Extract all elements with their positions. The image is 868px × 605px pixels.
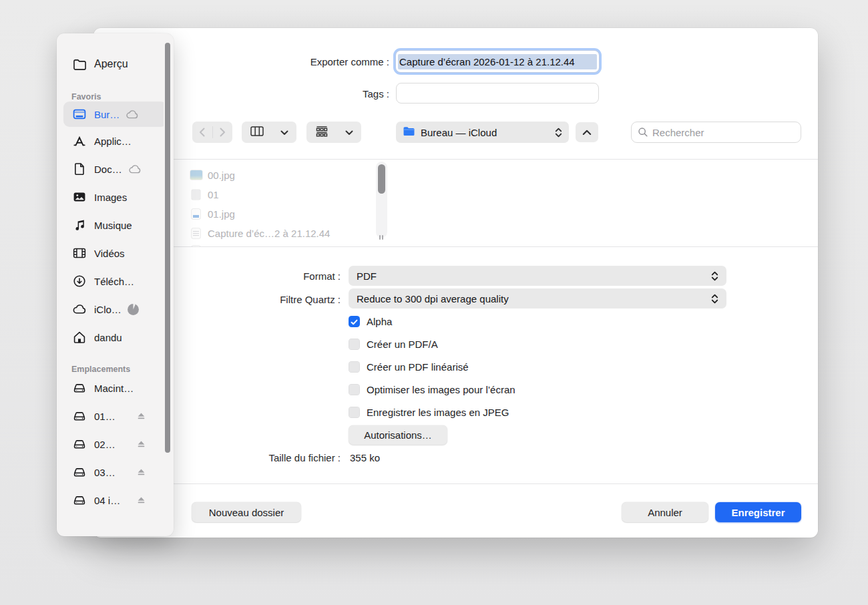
sidebar-item-bureau[interactable]: Bur… bbox=[63, 102, 167, 127]
list-item[interactable]: 00.jpg bbox=[190, 167, 235, 183]
eject-icon[interactable] bbox=[137, 412, 146, 420]
sidebar-item-dandu[interactable]: dandu bbox=[57, 323, 174, 351]
chevron-down-icon bbox=[345, 126, 353, 138]
back-button[interactable] bbox=[192, 128, 212, 137]
search-field[interactable] bbox=[631, 122, 801, 143]
file-size-value: 355 ko bbox=[350, 452, 380, 463]
photo-thumbnail-icon bbox=[190, 170, 202, 180]
sidebar-item-icloud[interactable]: iClo… bbox=[57, 295, 174, 323]
format-label: Format : bbox=[227, 270, 341, 282]
download-icon bbox=[71, 274, 87, 288]
check-icon bbox=[351, 316, 358, 328]
pdfa-checkbox[interactable] bbox=[349, 339, 360, 350]
sidebar-item-label: 03… bbox=[94, 467, 116, 478]
sidebar-item-images[interactable]: Images bbox=[57, 183, 174, 211]
sidebar-item-label: 01… bbox=[94, 411, 116, 422]
list-item[interactable]: 01 bbox=[190, 186, 219, 202]
sidebar-item-macintosh-hd[interactable]: Macint… bbox=[57, 374, 174, 402]
collapse-browser-button[interactable] bbox=[576, 122, 598, 142]
image-icon bbox=[71, 190, 87, 204]
harddrive-icon bbox=[71, 438, 87, 450]
chevron-down-icon bbox=[280, 126, 288, 138]
search-input[interactable] bbox=[652, 127, 795, 138]
divider bbox=[174, 246, 818, 247]
sidebar-item-documents[interactable]: Doc… bbox=[57, 155, 174, 183]
folder-blue-icon bbox=[403, 126, 415, 138]
cancel-button[interactable]: Annuler bbox=[622, 502, 708, 522]
eject-icon[interactable] bbox=[137, 440, 146, 448]
file-name: 00.jpg bbox=[208, 170, 235, 181]
sidebar-item-apercu[interactable]: Aperçu bbox=[57, 49, 174, 79]
file-size-label: Taille du fichier : bbox=[200, 452, 341, 463]
file-name: Capture d’éc…2 à 21.12.44 bbox=[208, 228, 330, 239]
harddrive-icon bbox=[71, 494, 87, 506]
image-file-icon bbox=[192, 209, 200, 219]
page-file-icon bbox=[192, 228, 200, 238]
sidebar-item-drive-02[interactable]: 02… bbox=[57, 430, 174, 458]
updown-chevrons-icon bbox=[711, 270, 718, 282]
sync-progress-badge-icon bbox=[127, 303, 140, 316]
alpha-checkbox[interactable] bbox=[349, 316, 360, 327]
sidebar-item-label: Applic… bbox=[94, 136, 132, 147]
sidebar-item-label: Images bbox=[94, 192, 127, 203]
sidebar-item-label: dandu bbox=[94, 332, 122, 343]
columns-icon bbox=[250, 126, 264, 140]
sidebar-item-label: Aperçu bbox=[94, 58, 128, 70]
list-item[interactable]: Capture d’éc…2 à 21.12.44 bbox=[190, 225, 330, 241]
file-name: Capture d’é… bbox=[208, 245, 270, 247]
sidebar-item-label: iClo… bbox=[94, 304, 122, 315]
sidebar-item-drive-03[interactable]: 03… bbox=[57, 458, 174, 486]
sidebar-item-label: Vidéos bbox=[94, 248, 125, 259]
list-item[interactable]: 01.jpg bbox=[190, 206, 235, 222]
new-folder-button[interactable]: Nouveau dossier bbox=[192, 502, 301, 522]
jpeg-images-label: Enregistrer les images en JPEG bbox=[367, 407, 509, 418]
sidebar-item-applications[interactable]: Applic… bbox=[57, 127, 174, 155]
jpeg-images-checkbox[interactable] bbox=[349, 407, 360, 418]
file-name: 01 bbox=[208, 189, 219, 200]
list-scrollbar-track[interactable] bbox=[376, 162, 387, 238]
sidebar-item-label: Macint… bbox=[94, 383, 134, 394]
sidebar-item-label: 02… bbox=[94, 439, 116, 450]
filename-selected-text: Capture d’écran 2026-01-12 à 21.12.44 bbox=[398, 54, 597, 69]
sidebar: Aperçu Favoris Bur… Applic… Doc… bbox=[57, 33, 174, 536]
sidebar-scrollbar[interactable] bbox=[164, 41, 172, 454]
harddrive-icon bbox=[71, 466, 87, 478]
sidebar-item-videos[interactable]: Vidéos bbox=[57, 239, 174, 267]
document-icon bbox=[71, 162, 87, 176]
film-icon bbox=[71, 247, 87, 259]
sidebar-item-drive-01[interactable]: 01… bbox=[57, 402, 174, 430]
sidebar-item-label: 04 i… bbox=[94, 495, 120, 506]
filename-input[interactable]: Capture d’écran 2026-01-12 à 21.12.44 bbox=[396, 51, 599, 72]
column-view-button[interactable] bbox=[242, 122, 296, 143]
save-button[interactable]: Enregistrer bbox=[715, 502, 801, 522]
list-item[interactable]: Capture d’é… bbox=[190, 242, 270, 246]
page-file-icon bbox=[192, 246, 200, 247]
home-icon bbox=[71, 331, 87, 344]
sidebar-item-telechargements[interactable]: Téléch… bbox=[57, 267, 174, 295]
location-popup[interactable]: Bureau — iCloud bbox=[396, 122, 569, 143]
music-icon bbox=[71, 218, 87, 232]
harddrive-icon bbox=[71, 410, 87, 422]
updown-chevrons-icon bbox=[711, 293, 718, 305]
forward-button[interactable] bbox=[213, 128, 233, 137]
format-popup[interactable]: PDF bbox=[349, 266, 726, 286]
divider bbox=[174, 483, 818, 484]
sidebar-item-musique[interactable]: Musique bbox=[57, 211, 174, 239]
sidebar-item-label: Doc… bbox=[94, 164, 122, 175]
permissions-button[interactable]: Autorisations… bbox=[349, 425, 447, 445]
chevron-up-icon bbox=[582, 126, 592, 138]
desktop-icon bbox=[71, 108, 87, 121]
linearized-pdf-checkbox[interactable] bbox=[349, 361, 360, 373]
eject-icon[interactable] bbox=[137, 468, 146, 476]
quartz-filter-popup[interactable]: Reduce to 300 dpi average quality bbox=[349, 288, 726, 309]
optimize-screen-checkbox[interactable] bbox=[349, 384, 360, 395]
sidebar-section-emplacements: Emplacements bbox=[57, 358, 174, 374]
export-dialog: Aperçu Favoris Bur… Applic… Doc… bbox=[0, 0, 868, 605]
tags-input[interactable] bbox=[396, 83, 599, 104]
export-as-label: Exporter comme : bbox=[254, 56, 389, 67]
sidebar-item-drive-04[interactable]: 04 i… bbox=[57, 486, 174, 514]
group-view-button[interactable] bbox=[306, 122, 361, 143]
list-resize-grip[interactable] bbox=[379, 235, 383, 240]
eject-icon[interactable] bbox=[137, 496, 146, 504]
list-scrollbar-thumb[interactable] bbox=[378, 164, 385, 194]
